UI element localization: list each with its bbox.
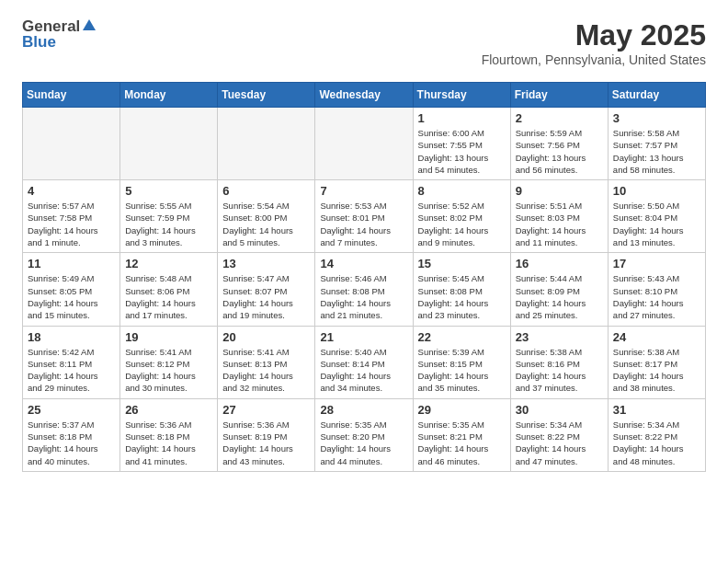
day-info: Sunrise: 5:50 AM Sunset: 8:04 PM Dayligh…: [613, 200, 700, 248]
calendar-cell: 16Sunrise: 5:44 AM Sunset: 8:09 PM Dayli…: [510, 253, 608, 326]
day-info: Sunrise: 5:52 AM Sunset: 8:02 PM Dayligh…: [418, 200, 506, 248]
weekday-header-sunday: Sunday: [23, 83, 120, 108]
day-info: Sunrise: 5:40 AM Sunset: 8:14 PM Dayligh…: [320, 346, 407, 395]
day-number: 19: [125, 330, 212, 344]
day-number: 17: [613, 257, 700, 270]
calendar-cell: 9Sunrise: 5:51 AM Sunset: 8:03 PM Daylig…: [510, 180, 608, 253]
day-info: Sunrise: 5:51 AM Sunset: 8:03 PM Dayligh…: [516, 200, 603, 248]
day-number: 25: [28, 403, 115, 417]
calendar-cell: 3Sunrise: 5:58 AM Sunset: 7:57 PM Daylig…: [608, 108, 705, 180]
calendar-cell: 2Sunrise: 5:59 AM Sunset: 7:56 PM Daylig…: [510, 108, 608, 180]
day-number: 24: [613, 330, 700, 344]
svg-marker-0: [83, 19, 96, 30]
day-info: Sunrise: 5:45 AM Sunset: 8:08 PM Dayligh…: [418, 272, 506, 321]
location-subtitle: Flourtown, Pennsylvania, United States: [482, 52, 706, 67]
day-info: Sunrise: 5:39 AM Sunset: 8:15 PM Dayligh…: [418, 346, 506, 395]
month-year-title: May 2025: [482, 18, 706, 52]
calendar-cell: 24Sunrise: 5:38 AM Sunset: 8:17 PM Dayli…: [608, 326, 705, 398]
day-info: Sunrise: 5:36 AM Sunset: 8:18 PM Dayligh…: [125, 419, 212, 467]
day-info: Sunrise: 5:46 AM Sunset: 8:08 PM Dayligh…: [320, 272, 407, 321]
calendar-week-row: 18Sunrise: 5:42 AM Sunset: 8:11 PM Dayli…: [23, 326, 706, 398]
calendar-cell: [315, 108, 413, 180]
calendar-cell: 20Sunrise: 5:41 AM Sunset: 8:13 PM Dayli…: [218, 326, 315, 398]
calendar-cell: 25Sunrise: 5:37 AM Sunset: 8:18 PM Dayli…: [23, 398, 120, 471]
calendar-cell: 12Sunrise: 5:48 AM Sunset: 8:06 PM Dayli…: [120, 253, 218, 326]
day-info: Sunrise: 5:55 AM Sunset: 7:59 PM Dayligh…: [125, 200, 212, 248]
day-info: Sunrise: 5:59 AM Sunset: 7:56 PM Dayligh…: [516, 127, 603, 176]
day-info: Sunrise: 5:42 AM Sunset: 8:11 PM Dayligh…: [28, 346, 115, 395]
day-info: Sunrise: 5:37 AM Sunset: 8:18 PM Dayligh…: [28, 419, 115, 467]
day-info: Sunrise: 6:00 AM Sunset: 7:55 PM Dayligh…: [418, 127, 506, 176]
calendar-cell: 18Sunrise: 5:42 AM Sunset: 8:11 PM Dayli…: [23, 326, 120, 398]
day-number: 29: [418, 403, 506, 417]
calendar-cell: 15Sunrise: 5:45 AM Sunset: 8:08 PM Dayli…: [413, 253, 510, 326]
calendar-cell: 11Sunrise: 5:49 AM Sunset: 8:05 PM Dayli…: [23, 253, 120, 326]
day-info: Sunrise: 5:34 AM Sunset: 8:22 PM Dayligh…: [613, 419, 700, 467]
calendar-cell: 17Sunrise: 5:43 AM Sunset: 8:10 PM Dayli…: [608, 253, 705, 326]
day-info: Sunrise: 5:44 AM Sunset: 8:09 PM Dayligh…: [516, 272, 603, 321]
day-number: 5: [125, 184, 212, 198]
calendar-cell: 21Sunrise: 5:40 AM Sunset: 8:14 PM Dayli…: [315, 326, 413, 398]
weekday-header-wednesday: Wednesday: [315, 83, 413, 108]
day-info: Sunrise: 5:41 AM Sunset: 8:12 PM Dayligh…: [125, 346, 212, 395]
day-info: Sunrise: 5:35 AM Sunset: 8:21 PM Dayligh…: [418, 419, 506, 467]
day-number: 30: [516, 403, 603, 417]
calendar-cell: 31Sunrise: 5:34 AM Sunset: 8:22 PM Dayli…: [608, 398, 705, 471]
day-number: 14: [320, 257, 407, 270]
calendar-cell: 14Sunrise: 5:46 AM Sunset: 8:08 PM Dayli…: [315, 253, 413, 326]
day-number: 13: [222, 257, 310, 270]
calendar-cell: 27Sunrise: 5:36 AM Sunset: 8:19 PM Dayli…: [218, 398, 315, 471]
day-info: Sunrise: 5:43 AM Sunset: 8:10 PM Dayligh…: [613, 272, 700, 321]
day-number: 3: [613, 111, 700, 125]
weekday-header-monday: Monday: [120, 83, 218, 108]
day-info: Sunrise: 5:49 AM Sunset: 8:05 PM Dayligh…: [28, 272, 115, 321]
page-header: General Blue May 2025 Flourtown, Pennsyl…: [22, 18, 706, 67]
day-number: 12: [125, 257, 212, 270]
day-info: Sunrise: 5:36 AM Sunset: 8:19 PM Dayligh…: [222, 419, 310, 467]
day-number: 15: [418, 257, 506, 270]
day-number: 9: [516, 184, 603, 198]
day-number: 23: [516, 330, 603, 344]
day-number: 10: [613, 184, 700, 198]
day-info: Sunrise: 5:54 AM Sunset: 8:00 PM Dayligh…: [222, 200, 310, 248]
weekday-header-row: SundayMondayTuesdayWednesdayThursdayFrid…: [23, 83, 706, 108]
logo: General Blue: [22, 18, 97, 51]
day-info: Sunrise: 5:48 AM Sunset: 8:06 PM Dayligh…: [125, 272, 212, 321]
day-number: 4: [28, 184, 115, 198]
calendar-cell: 23Sunrise: 5:38 AM Sunset: 8:16 PM Dayli…: [510, 326, 608, 398]
day-number: 1: [418, 111, 506, 125]
day-info: Sunrise: 5:38 AM Sunset: 8:16 PM Dayligh…: [516, 346, 603, 395]
day-info: Sunrise: 5:47 AM Sunset: 8:07 PM Dayligh…: [222, 272, 310, 321]
day-number: 16: [516, 257, 603, 270]
calendar-cell: [23, 108, 120, 180]
calendar-table: SundayMondayTuesdayWednesdayThursdayFrid…: [22, 82, 706, 472]
weekday-header-thursday: Thursday: [413, 83, 510, 108]
day-number: 22: [418, 330, 506, 344]
day-info: Sunrise: 5:58 AM Sunset: 7:57 PM Dayligh…: [613, 127, 700, 176]
calendar-cell: 13Sunrise: 5:47 AM Sunset: 8:07 PM Dayli…: [218, 253, 315, 326]
calendar-cell: 4Sunrise: 5:57 AM Sunset: 7:58 PM Daylig…: [23, 180, 120, 253]
day-number: 2: [516, 111, 603, 125]
calendar-cell: 10Sunrise: 5:50 AM Sunset: 8:04 PM Dayli…: [608, 180, 705, 253]
day-info: Sunrise: 5:34 AM Sunset: 8:22 PM Dayligh…: [516, 419, 603, 467]
calendar-cell: 26Sunrise: 5:36 AM Sunset: 8:18 PM Dayli…: [120, 398, 218, 471]
day-info: Sunrise: 5:57 AM Sunset: 7:58 PM Dayligh…: [28, 200, 115, 248]
calendar-cell: [218, 108, 315, 180]
calendar-cell: 6Sunrise: 5:54 AM Sunset: 8:00 PM Daylig…: [218, 180, 315, 253]
day-info: Sunrise: 5:38 AM Sunset: 8:17 PM Dayligh…: [613, 346, 700, 395]
calendar-cell: [120, 108, 218, 180]
day-number: 31: [613, 403, 700, 417]
calendar-cell: 7Sunrise: 5:53 AM Sunset: 8:01 PM Daylig…: [315, 180, 413, 253]
calendar-cell: 1Sunrise: 6:00 AM Sunset: 7:55 PM Daylig…: [413, 108, 510, 180]
calendar-cell: 8Sunrise: 5:52 AM Sunset: 8:02 PM Daylig…: [413, 180, 510, 253]
calendar-cell: 5Sunrise: 5:55 AM Sunset: 7:59 PM Daylig…: [120, 180, 218, 253]
day-number: 28: [320, 403, 407, 417]
day-info: Sunrise: 5:41 AM Sunset: 8:13 PM Dayligh…: [222, 346, 310, 395]
title-block: May 2025 Flourtown, Pennsylvania, United…: [482, 18, 706, 67]
day-number: 26: [125, 403, 212, 417]
day-info: Sunrise: 5:53 AM Sunset: 8:01 PM Dayligh…: [320, 200, 407, 248]
weekday-header-tuesday: Tuesday: [218, 83, 315, 108]
calendar-week-row: 11Sunrise: 5:49 AM Sunset: 8:05 PM Dayli…: [23, 253, 706, 326]
calendar-week-row: 1Sunrise: 6:00 AM Sunset: 7:55 PM Daylig…: [23, 108, 706, 180]
calendar-cell: 28Sunrise: 5:35 AM Sunset: 8:20 PM Dayli…: [315, 398, 413, 471]
